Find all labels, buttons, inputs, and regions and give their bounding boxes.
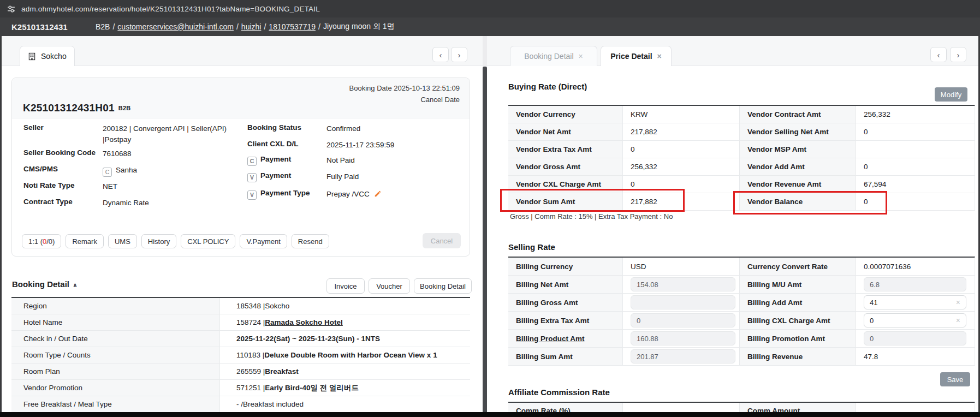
row-label: Vendor Net Amt: [508, 123, 623, 140]
row-value: USD: [623, 258, 740, 275]
customer-email-link[interactable]: customerservices@huizhi-intl.com: [117, 22, 234, 31]
input-value: 201.87: [637, 353, 658, 361]
amount-input[interactable]: 41×: [864, 295, 966, 309]
channel-label: B2B: [96, 22, 110, 31]
voucher-button[interactable]: Voucher: [369, 278, 410, 294]
booking-date: Booking Date 2025-10-13 22:51:09: [349, 83, 460, 94]
field-value: Not Paid: [326, 155, 467, 166]
row-label: Billing Sum Amt: [508, 348, 623, 365]
chevron-left-icon: ‹: [937, 50, 940, 59]
field-value: Dynamic Rate: [103, 198, 243, 208]
row-value: 160.88: [623, 330, 740, 347]
clear-icon[interactable]: ×: [956, 298, 960, 307]
value-text: 2025-11-22(Sat) ~ 2025-11-23(Sun) - 1NTS: [236, 335, 380, 343]
field-label: Booking Status: [247, 123, 335, 132]
right-pane-prev-button[interactable]: ‹: [930, 47, 947, 62]
right-pane-next-button[interactable]: ›: [950, 47, 966, 62]
amount-input-disabled: 154.08: [631, 277, 735, 291]
row-value: - / Breakfast included: [220, 396, 470, 412]
pane-divider-scrollbar: [483, 36, 487, 417]
close-icon[interactable]: ×: [579, 52, 583, 61]
left-pane-prev-button[interactable]: ‹: [432, 47, 449, 62]
ums-button[interactable]: UMS: [108, 234, 137, 248]
field-value-text: Not Paid: [326, 156, 355, 164]
row-value: 256,332: [856, 106, 975, 123]
table-row: Vendor Extra Tax Amt0Vendor MSP Amt: [508, 141, 975, 158]
field-label: VPayment: [247, 171, 335, 182]
value-text: KRW: [631, 110, 648, 118]
resend-button[interactable]: Resend: [292, 234, 329, 248]
close-icon[interactable]: ×: [657, 52, 662, 61]
qna-button[interactable]: 1:1 (0/0): [22, 234, 61, 248]
clear-icon[interactable]: ×: [956, 316, 960, 325]
amount-input[interactable]: 0×: [864, 313, 966, 327]
row-label: Vendor Revenue Amt: [740, 176, 856, 193]
label-text: Vendor Sum Amt: [516, 198, 575, 206]
save-button[interactable]: Save: [940, 372, 970, 386]
row-label: Billing M/U Amt: [740, 276, 856, 293]
table-row: Billing CurrencyUSDCurrency Convert Rate…: [508, 258, 975, 276]
row-value: 0: [856, 123, 975, 140]
buying-rate-note: Gross | Comm Rate : 15% | Extra Tax Paym…: [510, 212, 673, 221]
cancel-booking-button[interactable]: Cancel: [423, 233, 461, 248]
row-value: 0: [856, 330, 975, 347]
scrollbar-thumb[interactable]: [483, 67, 487, 417]
value-prefix: 265559 |: [236, 367, 265, 376]
tab-hotel-sokcho[interactable]: Sokcho: [20, 46, 75, 66]
booking-detail-button[interactable]: Booking Detail: [414, 278, 472, 294]
hotel-name-link[interactable]: Ramada Sokcho Hotel: [265, 318, 343, 326]
history-button[interactable]: History: [141, 234, 176, 248]
row-label: Vendor Extra Tax Amt: [508, 141, 623, 158]
field-label-text: Booking Status: [247, 123, 301, 132]
chevron-right-icon: ›: [957, 50, 960, 59]
collapse-icon[interactable]: ∧: [73, 282, 78, 288]
booking-code-title: K25101312431H01B2B: [23, 102, 130, 114]
field-value-text: Fully Paid: [326, 172, 359, 181]
tab-booking-detail[interactable]: Booking Detail ×: [510, 46, 597, 66]
booking-code: K25101312431H01: [23, 102, 115, 114]
type-badge: V: [247, 190, 257, 200]
field-value-text: 2025-11-17 23:59:59: [326, 141, 394, 149]
value-text: 0: [864, 198, 868, 206]
field-value-text: Prepay /VCC: [326, 190, 370, 198]
label-text: Billing Currency: [516, 263, 573, 271]
table-row: Billing Product Amt160.88Billing Promoti…: [508, 330, 975, 348]
row-value: 67,594: [856, 176, 975, 193]
field-value-text: 7610688: [103, 150, 132, 158]
site-controls-icon[interactable]: [7, 4, 16, 14]
separator: /: [318, 22, 320, 31]
qna-label-pre: 1:1 (: [28, 237, 43, 246]
browser-address-bar[interactable]: adm.ohmyhotel.com/reservation/hotel/K251…: [0, 0, 980, 17]
tab-price-detail[interactable]: Price Detail ×: [601, 46, 672, 66]
invoice-button[interactable]: Invoice: [326, 278, 365, 294]
row-value: 265559 | Breakfast: [220, 364, 470, 379]
field-value-text: Confirmed: [326, 124, 360, 133]
remark-button[interactable]: Remark: [66, 234, 104, 248]
label-text: Vendor Add Amt: [747, 163, 805, 171]
left-pane-next-button[interactable]: ›: [451, 47, 467, 62]
label-text: Vendor Gross Amt: [516, 163, 580, 171]
v-payment-button[interactable]: V.Payment: [240, 234, 287, 248]
value-prefix: - /: [236, 400, 243, 408]
label-text: Billing Extra Tax Amt: [516, 317, 589, 325]
field-label-text: Payment Type: [260, 189, 310, 197]
billing-product-amt-link[interactable]: Billing Product Amt: [516, 335, 585, 343]
row-value: KRW: [623, 106, 740, 123]
partner-link[interactable]: huizhi: [241, 22, 262, 31]
value-text: 0: [864, 163, 868, 171]
table-row: Billing Extra Tax Amt0Billing CXL Charge…: [508, 312, 975, 330]
booking-date-label: Booking Date: [349, 84, 392, 92]
table-row: Hotel Name158724 | Ramada Sokcho Hotel: [11, 314, 470, 331]
row-label: Vendor Balance: [740, 193, 856, 210]
app-window: adm.ohmyhotel.com/reservation/hotel/K251…: [0, 0, 980, 417]
cxl-policy-button[interactable]: CXL POLICY: [181, 234, 235, 248]
value-text: 217,882: [631, 128, 657, 136]
row-value: 217,882: [623, 193, 740, 210]
modify-button[interactable]: Modify: [935, 87, 967, 102]
booking-id: K25101312431: [11, 22, 68, 32]
separator: /: [112, 22, 115, 31]
row-label: Billing Currency: [508, 258, 623, 275]
amount-input-disabled: 0: [631, 313, 735, 327]
pencil-icon[interactable]: [374, 190, 382, 201]
phone-link[interactable]: 18107537719: [269, 22, 316, 31]
